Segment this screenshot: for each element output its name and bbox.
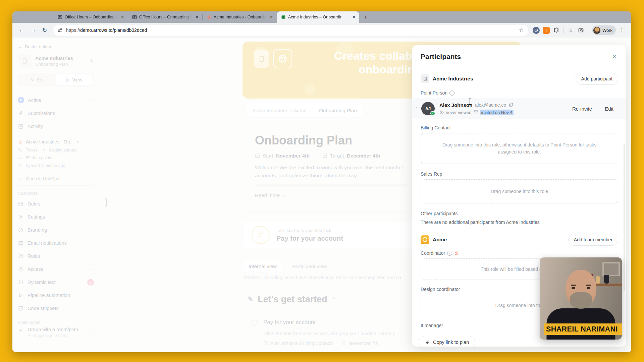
add-team-member-button[interactable]: Add team member xyxy=(568,234,618,246)
toolbar-divider xyxy=(564,27,564,34)
mail-icon xyxy=(474,110,478,114)
billing-contact-label: Billing Contact xyxy=(421,125,618,130)
tab-title: Acme Industries - Onboardin xyxy=(214,15,266,19)
drag-handle-icon[interactable]: ⋮⋮ xyxy=(415,107,419,111)
point-person-row[interactable]: ⋮⋮ AJ ✓ Alex Johnson alex@acme.co xyxy=(412,98,626,119)
avatar: AJ ✓ xyxy=(421,102,435,115)
shelf-item xyxy=(604,275,609,284)
presenter-beard xyxy=(570,292,592,309)
copy-link-label: Copy link to plan xyxy=(433,340,469,345)
presenter-eye xyxy=(587,287,590,289)
browser-window: Office Hours – Onboarding P ✕ Office Hou… xyxy=(12,11,631,352)
page-content: ← Back to plans Acme Industries Onboardi… xyxy=(12,38,631,352)
team-name: Acme xyxy=(433,237,565,243)
forward-icon[interactable]: → xyxy=(28,25,39,36)
presenter-eye xyxy=(572,287,575,289)
tab-close-icon[interactable]: ✕ xyxy=(120,14,125,20)
copy-link-button[interactable]: Copy link to plan xyxy=(419,336,475,347)
person-actions: Re-invite Edit xyxy=(572,106,618,112)
url-scheme: https:// xyxy=(66,27,80,33)
tab-close-icon[interactable]: ✕ xyxy=(351,14,357,20)
building-icon xyxy=(421,74,429,83)
presenter-head xyxy=(566,270,596,307)
tab-title: Office Hours – Onboarding P xyxy=(139,15,192,19)
coordinator-label-row: Coordinator i xyxy=(421,250,618,256)
wall-picture-frame xyxy=(602,262,620,276)
company-header: Acme Industries Add participant xyxy=(421,73,618,85)
nameplate: SHAREIL NARIMANI xyxy=(544,323,622,335)
shelf-item xyxy=(596,276,600,284)
site-info-icon[interactable] xyxy=(57,27,63,33)
new-tab-button[interactable]: + xyxy=(361,13,370,21)
info-icon[interactable]: i xyxy=(449,90,454,96)
sales-rep-dropzone[interactable]: Drag someone into this role xyxy=(421,179,618,203)
search-tabs-icon[interactable] xyxy=(576,25,586,35)
url-rest: demo.arrows.to/plans/db02dced xyxy=(80,27,147,33)
screenshot-frame: Office Hours – Onboarding P ✕ Office Hou… xyxy=(0,0,644,362)
link-icon xyxy=(425,340,430,345)
point-person-label-row: Point Person i xyxy=(421,90,618,96)
tab-strip: Office Hours – Onboarding P ✕ Office Hou… xyxy=(12,11,631,23)
panel-title: Participants xyxy=(421,53,609,61)
tab-title: Office Hours – Onboarding P xyxy=(65,15,117,19)
reload-icon[interactable]: ↻ xyxy=(39,25,50,36)
tab-title: Acme Industries – Onboardin xyxy=(288,15,349,19)
password-manager-icon[interactable] xyxy=(532,25,541,35)
orange-extension-icon[interactable]: ↑ xyxy=(542,25,551,35)
copy-icon[interactable] xyxy=(509,103,513,107)
arrows-board-icon xyxy=(57,15,62,20)
other-participants-empty: There are no additional participants fro… xyxy=(421,220,618,225)
hubspot-icon xyxy=(454,251,459,255)
url-text[interactable]: https://demo.arrows.to/plans/db02dced xyxy=(66,27,517,33)
profile-avatar xyxy=(593,27,600,34)
address-bar[interactable]: https://demo.arrows.to/plans/db02dced ☆ xyxy=(53,25,528,36)
browser-menu-icon[interactable]: ⋮ xyxy=(616,25,627,36)
arrows-board-icon-green xyxy=(281,15,286,20)
panel-scrollbar[interactable] xyxy=(624,144,625,291)
tab-office-hours-1[interactable]: Office Hours – Onboarding P ✕ xyxy=(53,11,128,23)
invited-status-highlighted: invited on Nov 4 xyxy=(480,110,514,115)
reinvite-link[interactable]: Re-invite xyxy=(572,106,592,112)
other-participants-label: Other participants xyxy=(421,211,618,216)
tab-close-icon[interactable]: ✕ xyxy=(194,14,200,20)
tab-office-hours-2[interactable]: Office Hours – Onboarding P ✕ xyxy=(128,11,202,23)
clock-icon xyxy=(439,110,444,115)
billing-contact-dropzone[interactable]: Drag someone into this role, otherwise i… xyxy=(421,133,618,164)
person-email: alex@acme.co xyxy=(475,102,506,108)
panel-header: Participants ✕ xyxy=(412,45,626,67)
person-details: Alex Johnson alex@acme.co never viewed xyxy=(439,102,570,115)
presenter-brow xyxy=(586,285,591,286)
arrows-board-icon xyxy=(132,15,137,20)
company-name: Acme Industries xyxy=(433,76,572,82)
acme-team-icon xyxy=(421,235,429,244)
webcam-overlay: SHAREIL NARIMANI xyxy=(540,257,622,340)
point-person-label: Point Person xyxy=(421,90,447,96)
bookmark-star-icon[interactable]: ☆ xyxy=(517,26,526,35)
tab-acme-hubspot[interactable]: Acme Industries - Onboardin ✕ xyxy=(202,11,277,23)
sales-rep-label: Sales Rep xyxy=(421,171,618,177)
presence-badge-icon: ✓ xyxy=(430,111,435,116)
tab-close-icon[interactable]: ✕ xyxy=(269,14,274,20)
edit-link[interactable]: Edit xyxy=(605,106,613,112)
text-cursor xyxy=(468,99,472,105)
viewed-status: never viewed xyxy=(446,110,472,115)
info-icon[interactable]: i xyxy=(447,251,452,256)
presenter-name: SHAREIL NARIMANI xyxy=(546,325,618,334)
hubspot-icon xyxy=(206,15,211,20)
coordinator-label: Coordinator xyxy=(421,250,445,256)
team-header: Acme Add team member xyxy=(421,234,618,246)
browser-toolbar: ← → ↻ https://demo.arrows.to/plans/db02d… xyxy=(12,23,631,38)
profile-chip[interactable]: Work xyxy=(592,25,616,35)
toolbar-divider xyxy=(588,27,588,34)
close-icon[interactable]: ✕ xyxy=(609,52,619,61)
profile-label: Work xyxy=(602,28,612,33)
tab-acme-active[interactable]: Acme Industries – Onboardin ✕ xyxy=(277,11,359,23)
extensions-puzzle-icon[interactable] xyxy=(552,25,561,35)
sidebar-resize-handle[interactable] xyxy=(105,198,107,207)
star-extension-icon[interactable]: ☆ xyxy=(566,25,576,35)
back-icon[interactable]: ← xyxy=(16,25,27,36)
add-participant-button[interactable]: Add participant xyxy=(576,73,618,85)
presenter-brow xyxy=(571,285,576,286)
person-name: Alex Johnson xyxy=(439,102,472,108)
